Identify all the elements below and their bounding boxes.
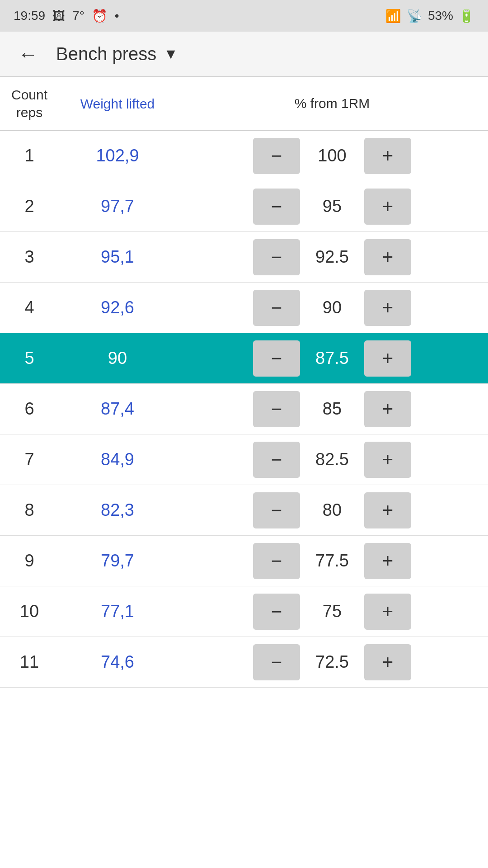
rep-count-6: 6 (0, 399, 59, 419)
table-row: 11 74,6 − 72.5 + (0, 637, 488, 688)
status-alarm-icon: ⏰ (92, 9, 108, 24)
plus-button-10[interactable]: + (364, 594, 411, 630)
percent-cell-2: − 95 + (176, 189, 488, 225)
percent-cell-10: − 75 + (176, 594, 488, 630)
battery-icon: 🔋 (459, 9, 474, 24)
weight-value-3: 95,1 (59, 247, 176, 267)
back-button[interactable]: ← (14, 38, 42, 70)
rep-count-10: 10 (0, 602, 59, 621)
weight-value-5: 90 (59, 349, 176, 368)
wifi-icon: 📶 (385, 9, 401, 24)
table-row: 1 102,9 − 100 + (0, 131, 488, 181)
title-container: Bench press ▼ (56, 44, 474, 64)
plus-button-5[interactable]: + (364, 340, 411, 377)
percent-cell-1: − 100 + (176, 138, 488, 174)
percent-cell-4: − 90 + (176, 290, 488, 326)
table-row: 6 87,4 − 85 + (0, 384, 488, 434)
weight-value-6: 87,4 (59, 399, 176, 419)
table-row: 7 84,9 − 82.5 + (0, 434, 488, 485)
plus-button-11[interactable]: + (364, 644, 411, 680)
plus-button-6[interactable]: + (364, 391, 411, 427)
minus-button-4[interactable]: − (253, 290, 300, 326)
percent-cell-8: − 80 + (176, 492, 488, 528)
weight-value-10: 77,1 (59, 602, 176, 621)
percent-cell-7: − 82.5 + (176, 442, 488, 478)
plus-button-9[interactable]: + (364, 543, 411, 579)
weight-value-2: 97,7 (59, 197, 176, 216)
status-right: 📶 📡 53% 🔋 (385, 9, 474, 24)
percent-cell-3: − 92.5 + (176, 239, 488, 275)
percent-value-5: 87.5 (307, 349, 357, 368)
percent-value-1: 100 (307, 146, 357, 165)
plus-button-1[interactable]: + (364, 138, 411, 174)
plus-button-2[interactable]: + (364, 189, 411, 225)
weight-value-1: 102,9 (59, 146, 176, 165)
minus-button-7[interactable]: − (253, 442, 300, 478)
rep-count-4: 4 (0, 298, 59, 317)
table-header: Count reps Weight lifted % from 1RM (0, 77, 488, 131)
table-body: 1 102,9 − 100 + 2 97,7 − 95 + 3 95,1 − 9… (0, 131, 488, 688)
percent-value-8: 80 (307, 500, 357, 520)
percent-value-10: 75 (307, 602, 357, 621)
signal-icon: 📡 (407, 9, 422, 24)
percent-value-7: 82.5 (307, 450, 357, 469)
table-row: 5 90 − 87.5 + (0, 333, 488, 384)
count-reps-header: Count reps (0, 86, 59, 121)
status-left: 19:59 🖼 7° ⏰ • (14, 9, 119, 24)
minus-button-2[interactable]: − (253, 189, 300, 225)
rep-count-1: 1 (0, 146, 59, 165)
table-row: 3 95,1 − 92.5 + (0, 232, 488, 283)
percent-cell-5: − 87.5 + (176, 340, 488, 377)
minus-button-9[interactable]: − (253, 543, 300, 579)
percent-cell-6: − 85 + (176, 391, 488, 427)
minus-button-6[interactable]: − (253, 391, 300, 427)
weight-lifted-header: Weight lifted (59, 86, 176, 121)
percent-cell-9: − 77.5 + (176, 543, 488, 579)
plus-button-7[interactable]: + (364, 442, 411, 478)
percent-1rm-header: % from 1RM (176, 86, 488, 121)
battery-text: 53% (428, 9, 453, 23)
plus-button-4[interactable]: + (364, 290, 411, 326)
rep-count-2: 2 (0, 197, 59, 216)
table-row: 10 77,1 − 75 + (0, 586, 488, 637)
app-title: Bench press (56, 44, 156, 64)
weight-value-8: 82,3 (59, 500, 176, 520)
weight-value-7: 84,9 (59, 450, 176, 469)
table-row: 2 97,7 − 95 + (0, 181, 488, 232)
rep-count-7: 7 (0, 450, 59, 469)
table-row: 4 92,6 − 90 + (0, 283, 488, 333)
dropdown-icon[interactable]: ▼ (164, 46, 178, 62)
status-dot: • (115, 9, 119, 23)
status-photo-icon: 🖼 (52, 9, 65, 24)
rep-count-5: 5 (0, 349, 59, 368)
percent-value-9: 77.5 (307, 551, 357, 571)
rep-count-11: 11 (0, 652, 59, 672)
plus-button-8[interactable]: + (364, 492, 411, 528)
minus-button-10[interactable]: − (253, 594, 300, 630)
status-temp: 7° (72, 9, 84, 23)
minus-button-3[interactable]: − (253, 239, 300, 275)
percent-value-6: 85 (307, 399, 357, 419)
weight-value-4: 92,6 (59, 298, 176, 317)
status-bar: 19:59 🖼 7° ⏰ • 📶 📡 53% 🔋 (0, 0, 488, 32)
table-row: 9 79,7 − 77.5 + (0, 536, 488, 586)
minus-button-8[interactable]: − (253, 492, 300, 528)
percent-value-11: 72.5 (307, 652, 357, 672)
rep-count-8: 8 (0, 500, 59, 520)
minus-button-1[interactable]: − (253, 138, 300, 174)
weight-value-11: 74,6 (59, 652, 176, 672)
rep-count-3: 3 (0, 247, 59, 267)
percent-value-2: 95 (307, 197, 357, 216)
minus-button-11[interactable]: − (253, 644, 300, 680)
plus-button-3[interactable]: + (364, 239, 411, 275)
status-time: 19:59 (14, 9, 45, 23)
minus-button-5[interactable]: − (253, 340, 300, 377)
table-row: 8 82,3 − 80 + (0, 485, 488, 536)
top-bar: ← Bench press ▼ (0, 32, 488, 77)
rep-count-9: 9 (0, 551, 59, 571)
percent-cell-11: − 72.5 + (176, 644, 488, 680)
weight-value-9: 79,7 (59, 551, 176, 571)
percent-value-4: 90 (307, 298, 357, 317)
percent-value-3: 92.5 (307, 247, 357, 267)
